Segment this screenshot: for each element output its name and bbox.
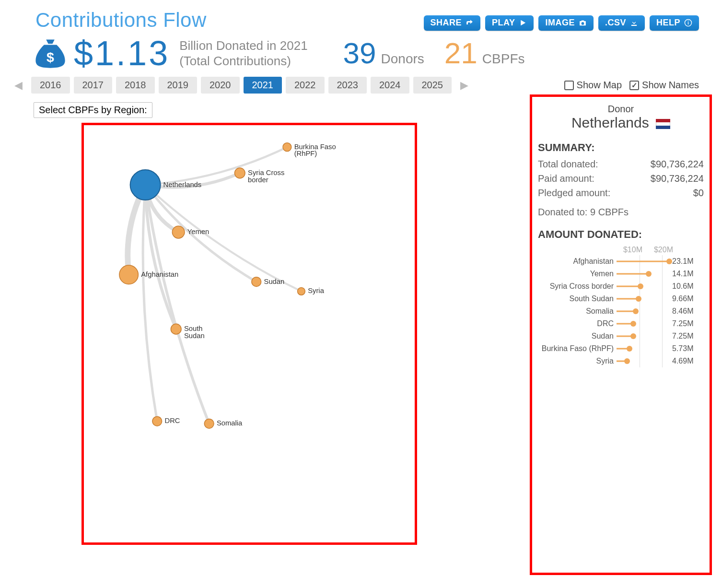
recipient-label: (RhPF) xyxy=(294,150,317,157)
axis-tick-1: $10M xyxy=(623,246,642,254)
image-label: IMAGE xyxy=(545,18,575,28)
paid-value: $90,736,224 xyxy=(651,171,704,186)
recipient-node[interactable] xyxy=(234,168,245,178)
recipient-node[interactable] xyxy=(172,226,185,238)
cbpfs-count: 21 xyxy=(444,38,477,68)
money-bag-icon: $ xyxy=(34,35,67,71)
donor-node-label: Netherlands xyxy=(163,181,202,188)
lollipop-bar xyxy=(617,255,669,268)
year-pill-2016[interactable]: 2016 xyxy=(31,77,70,94)
help-button[interactable]: HELP xyxy=(650,15,699,31)
svg-rect-1 xyxy=(688,22,688,24)
cbpfs-label: CBPFs xyxy=(482,51,525,67)
share-button[interactable]: SHARE xyxy=(424,15,481,31)
lollipop-value: 7.25M xyxy=(672,332,693,341)
summary-heading: SUMMARY: xyxy=(538,141,704,154)
show-names-label: Show Names xyxy=(642,80,699,91)
year-pill-2022[interactable]: 2022 xyxy=(286,77,325,94)
lollipop-bar xyxy=(617,342,669,355)
amount-sub-1: Billion Donated in 2021 xyxy=(179,38,307,54)
netherlands-flag-icon xyxy=(656,119,670,129)
recipient-label: Syria xyxy=(308,287,324,294)
show-map-checkbox[interactable]: Show Map xyxy=(564,80,622,91)
year-pill-2025[interactable]: 2025 xyxy=(413,77,452,94)
info-icon xyxy=(684,19,692,27)
lollipop-bar xyxy=(617,355,669,367)
recipient-node[interactable] xyxy=(252,277,261,287)
svg-text:$: $ xyxy=(47,49,54,65)
recipient-label: Syria Cross xyxy=(248,169,284,176)
flow-graph[interactable]: Burkina Faso(RhPF)Syria CrossborderYemen… xyxy=(82,123,417,545)
paid-label: Paid amount: xyxy=(538,171,594,186)
csv-button[interactable]: .CSV xyxy=(598,15,645,31)
lollipop-category: Afghanistan xyxy=(538,257,617,266)
recipient-label: DRC xyxy=(165,417,180,424)
recipient-node[interactable] xyxy=(171,324,181,334)
toolbar: SHARE PLAY IMAGE .CSV HELP xyxy=(424,15,699,31)
axis-tick-2: $20M xyxy=(654,246,673,254)
page-title: Contributions Flow xyxy=(35,9,207,32)
year-pill-2020[interactable]: 2020 xyxy=(201,77,240,94)
lollipop-bar xyxy=(617,305,669,318)
year-next-arrow[interactable]: ▶ xyxy=(460,79,468,92)
donor-node[interactable] xyxy=(130,170,161,200)
lollipop-category: DRC xyxy=(538,319,617,328)
share-label: SHARE xyxy=(431,18,462,28)
lollipop-value: 8.46M xyxy=(672,307,693,316)
lollipop-value: 4.69M xyxy=(672,357,693,365)
recipient-node[interactable] xyxy=(204,419,214,428)
play-icon xyxy=(519,19,527,27)
lollipop-category: Burkina Faso (RhPF) xyxy=(538,344,617,353)
lollipop-row: Afghanistan23.1M xyxy=(538,255,704,268)
lollipop-category: Sudan xyxy=(538,332,617,341)
select-region-button[interactable]: Select CBPFs by Region: xyxy=(34,102,152,118)
lollipop-category: Yemen xyxy=(538,270,617,278)
lollipop-bar xyxy=(617,280,669,293)
svg-rect-2 xyxy=(688,21,688,21)
year-pill-2024[interactable]: 2024 xyxy=(371,77,409,94)
lollipop-row: Somalia8.46M xyxy=(538,305,704,318)
lollipop-row: Burkina Faso (RhPF)5.73M xyxy=(538,342,704,355)
play-button[interactable]: PLAY xyxy=(485,15,534,31)
year-pill-2021[interactable]: 2021 xyxy=(244,77,282,94)
lollipop-bar xyxy=(617,293,669,305)
lollipop-row: Syria4.69M xyxy=(538,355,704,367)
lollipop-bar xyxy=(617,318,669,330)
recipient-label: Sudan xyxy=(184,332,205,340)
year-pill-2017[interactable]: 2017 xyxy=(74,77,113,94)
recipient-label: Afghanistan xyxy=(141,270,178,278)
lollipop-bar xyxy=(617,330,669,342)
donor-name: Netherlands xyxy=(538,115,704,131)
recipient-label: Sudan xyxy=(264,278,285,285)
lollipop-value: 7.25M xyxy=(672,319,693,328)
download-icon xyxy=(630,19,638,27)
recipient-node[interactable] xyxy=(119,265,138,284)
lollipop-value: 9.66M xyxy=(672,294,693,303)
amount-sub-2: (Total Contributions) xyxy=(179,53,307,69)
donors-count: 39 xyxy=(343,38,376,68)
pledged-value: $0 xyxy=(693,186,704,200)
lollipop-category: Syria Cross border xyxy=(538,282,617,291)
year-prev-arrow[interactable]: ◀ xyxy=(14,79,23,92)
lollipop-value: 5.73M xyxy=(672,344,693,353)
camera-icon xyxy=(579,19,587,27)
pledged-label: Pledged amount: xyxy=(538,186,610,200)
year-pill-2019[interactable]: 2019 xyxy=(159,77,198,94)
show-map-label: Show Map xyxy=(577,80,622,91)
recipient-node[interactable] xyxy=(152,417,162,426)
year-pill-2018[interactable]: 2018 xyxy=(116,77,155,94)
recipient-label: South xyxy=(184,325,203,332)
recipient-node[interactable] xyxy=(283,143,291,152)
lollipop-row: DRC7.25M xyxy=(538,318,704,330)
recipient-label: Somalia xyxy=(217,419,243,427)
lollipop-row: Yemen14.1M xyxy=(538,268,704,280)
total-donated-value: $90,736,224 xyxy=(651,157,704,171)
donated-to: Donated to: 9 CBPFs xyxy=(538,207,704,218)
show-names-checkbox[interactable]: ✓ Show Names xyxy=(629,80,699,91)
recipient-node[interactable] xyxy=(298,287,305,295)
lollipop-bar xyxy=(617,268,669,280)
lollipop-row: Syria Cross border10.6M xyxy=(538,280,704,293)
lollipop-row: Sudan7.25M xyxy=(538,330,704,342)
image-button[interactable]: IMAGE xyxy=(538,15,594,31)
year-pill-2023[interactable]: 2023 xyxy=(328,77,367,94)
